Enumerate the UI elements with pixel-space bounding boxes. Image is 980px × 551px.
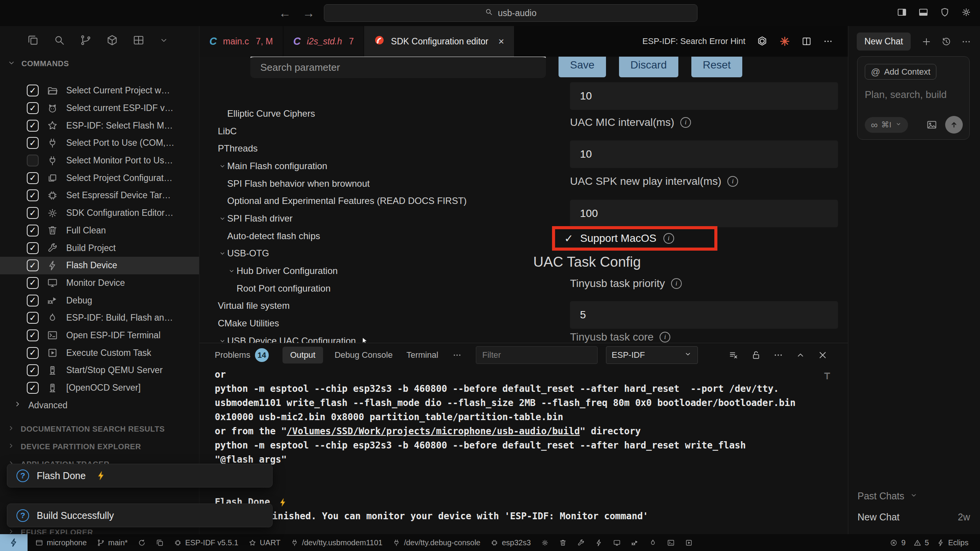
checkmark-icon[interactable]: ✓ bbox=[564, 232, 573, 245]
tab-main-c[interactable]: Cmain.c7, M bbox=[199, 26, 283, 57]
checkbox[interactable]: ✓ bbox=[27, 312, 39, 324]
status-item-esp-idf-v5-5-1[interactable]: ESP-IDF v5.5.1 bbox=[174, 538, 238, 547]
config-search-input[interactable] bbox=[250, 57, 546, 78]
checkbox[interactable]: ✓ bbox=[27, 295, 39, 306]
commands-section-header[interactable]: COMMANDS bbox=[0, 56, 199, 71]
checkbox[interactable]: ✓ bbox=[27, 85, 39, 96]
checkbox[interactable] bbox=[27, 155, 39, 166]
panel-tab-problems[interactable]: Problems14 bbox=[215, 348, 269, 362]
new-chat-button[interactable]: New Chat bbox=[857, 33, 911, 51]
status-item[interactable] bbox=[667, 539, 675, 547]
command-row[interactable]: ✓Select Port to Use (COM,… bbox=[0, 134, 199, 152]
layout-panel-icon[interactable] bbox=[918, 7, 929, 19]
close-icon[interactable]: × bbox=[498, 36, 504, 47]
status-item[interactable] bbox=[595, 539, 603, 547]
split-editor-icon[interactable] bbox=[801, 36, 812, 47]
command-row[interactable]: ✓Select current ESP-IDF v… bbox=[0, 99, 199, 117]
sidebar-section-documentation-search-results[interactable]: DOCUMENTATION SEARCH RESULTS bbox=[0, 420, 199, 438]
checkbox[interactable]: ✓ bbox=[27, 347, 39, 359]
command-center-search[interactable]: usb-audio bbox=[324, 4, 697, 22]
command-row[interactable]: ✓[OpenOCD Server] bbox=[0, 379, 199, 397]
command-row[interactable]: ✓Build Project bbox=[0, 239, 199, 257]
history-icon[interactable] bbox=[941, 36, 952, 47]
command-row[interactable]: ✓SDK Configuration Editor… bbox=[0, 204, 199, 222]
info-icon[interactable]: i bbox=[660, 332, 670, 342]
status-item[interactable] bbox=[631, 539, 639, 547]
uac-value-input[interactable] bbox=[570, 200, 838, 227]
command-row[interactable]: Select Monitor Port to Us… bbox=[0, 152, 199, 170]
checkbox[interactable]: ✓ bbox=[27, 277, 39, 289]
save-button[interactable]: Save bbox=[559, 57, 606, 77]
reset-button[interactable]: Reset bbox=[691, 57, 742, 77]
command-row[interactable]: ✓Monitor Device bbox=[0, 274, 199, 292]
output-filter-input[interactable] bbox=[476, 346, 598, 364]
config-tree-item[interactable]: Optional and Experimental Features (READ… bbox=[199, 192, 547, 210]
checkbox[interactable]: ✓ bbox=[27, 207, 39, 219]
openai-icon[interactable] bbox=[756, 35, 768, 47]
send-button[interactable] bbox=[945, 116, 963, 134]
checkbox[interactable]: ✓ bbox=[27, 172, 39, 184]
info-icon[interactable]: i bbox=[663, 233, 674, 244]
image-attach-icon[interactable] bbox=[926, 119, 938, 130]
output-channel-select[interactable]: ESP-IDF bbox=[606, 346, 698, 364]
sidebar-item-advanced[interactable]: Advanced bbox=[0, 396, 199, 414]
unlock-icon[interactable] bbox=[751, 350, 761, 360]
notification-flash-done[interactable]: ? Flash Done bbox=[7, 464, 273, 487]
status-item-esp32s3[interactable]: esp32s3 bbox=[490, 538, 531, 547]
status-item[interactable] bbox=[138, 539, 146, 547]
command-row[interactable]: ✓ESP-IDF: Select Flash M… bbox=[0, 117, 199, 134]
tinyusb-task-priority-input[interactable] bbox=[570, 301, 838, 329]
status-item[interactable] bbox=[649, 539, 657, 547]
ellipsis-icon[interactable] bbox=[961, 36, 972, 47]
status-item[interactable] bbox=[541, 539, 549, 547]
chevron-up-icon[interactable] bbox=[795, 350, 806, 360]
checkbox[interactable]: ✓ bbox=[27, 329, 39, 341]
config-tree-item[interactable]: Root Port configuration bbox=[199, 280, 547, 297]
settings-gear-icon[interactable] bbox=[961, 7, 972, 19]
info-icon[interactable]: i bbox=[727, 176, 738, 187]
starburst-icon[interactable] bbox=[779, 36, 791, 47]
close-icon[interactable] bbox=[817, 350, 828, 360]
cube-icon[interactable] bbox=[106, 34, 118, 48]
chat-history-item[interactable]: New Chat 2w bbox=[858, 512, 970, 523]
config-tree-item[interactable]: SPI Flash driver bbox=[199, 210, 547, 227]
copy-icon[interactable] bbox=[27, 34, 39, 48]
command-row[interactable]: ✓Flash Device bbox=[0, 257, 199, 274]
status-item-microphone[interactable]: microphone bbox=[35, 538, 87, 547]
config-tree-item[interactable]: LibC bbox=[199, 122, 547, 140]
tab-sdk-configuration-editor[interactable]: SDK Configuration editor× bbox=[364, 26, 514, 57]
checkbox[interactable]: ✓ bbox=[27, 259, 39, 271]
command-row[interactable]: ✓ESP-IDF: Build, Flash an… bbox=[0, 309, 199, 327]
command-row[interactable]: ✓Open ESP-IDF Terminal bbox=[0, 327, 199, 344]
config-tree-item[interactable]: SPI Flash behavior when brownout bbox=[199, 175, 547, 192]
config-tree-item[interactable]: Elliptic Curve Ciphers bbox=[199, 105, 547, 122]
status-item-main-[interactable]: main* bbox=[97, 538, 128, 547]
config-tree-item[interactable]: Main Flash configuration bbox=[199, 157, 547, 175]
status-item[interactable] bbox=[613, 539, 621, 547]
output-console[interactable]: orpython -m esptool --chip esp32s3 -b 46… bbox=[215, 368, 844, 534]
command-row[interactable]: ✓Debug bbox=[0, 292, 199, 309]
discard-button[interactable]: Discard bbox=[619, 57, 678, 77]
config-tree-item[interactable]: CMake Utilities bbox=[199, 315, 547, 332]
config-tree-item[interactable]: Hub Driver Configuration bbox=[199, 262, 547, 280]
status-item-uart[interactable]: UART bbox=[248, 538, 281, 547]
status-item-error[interactable]: 9 bbox=[890, 538, 905, 547]
ellipsis-icon[interactable] bbox=[773, 350, 784, 360]
forward-icon[interactable]: → bbox=[302, 6, 315, 20]
shield-icon[interactable] bbox=[939, 7, 950, 19]
back-icon[interactable]: ← bbox=[279, 6, 291, 20]
command-row[interactable]: ✓Set Espressif Device Tar… bbox=[0, 187, 199, 204]
ellipsis-icon[interactable] bbox=[452, 350, 462, 360]
config-tree-item[interactable]: USB-OTG bbox=[199, 245, 547, 262]
sidebar-section-device-partition-explorer[interactable]: DEVICE PARTITION EXPLORER bbox=[0, 438, 199, 455]
command-row[interactable]: ✓Full Clean bbox=[0, 222, 199, 240]
checkbox[interactable]: ✓ bbox=[27, 225, 39, 236]
checkbox[interactable]: ✓ bbox=[27, 137, 39, 149]
command-row[interactable]: ✓Start/Stop QEMU Server bbox=[0, 362, 199, 379]
checkbox[interactable]: ✓ bbox=[27, 242, 39, 254]
config-tree-item[interactable]: USB Device UAC Configuration bbox=[199, 332, 547, 343]
config-tree-item[interactable]: Virtual file system bbox=[199, 297, 547, 315]
status-item[interactable] bbox=[685, 539, 693, 547]
search-icon[interactable] bbox=[53, 34, 65, 48]
checkbox[interactable]: ✓ bbox=[27, 364, 39, 376]
